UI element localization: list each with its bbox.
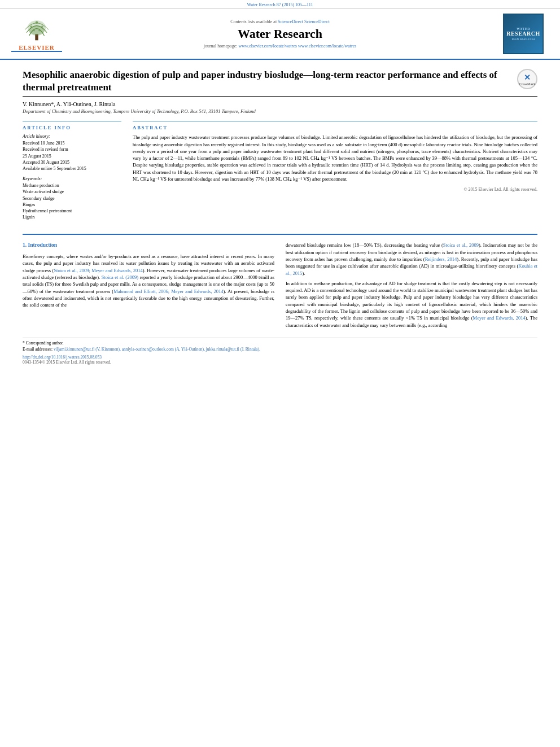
ref-stoica-2009-3: Stoica et al., 2009 — [443, 242, 479, 248]
article-info-col: ARTICLE INFO Article history: Received 1… — [23, 121, 121, 225]
body-left-col: 1. Introduction Biorefinery concepts, wh… — [23, 242, 274, 332]
keyword-5: Hydrothermal pretreatment — [23, 208, 121, 214]
article-info-heading: ARTICLE INFO — [23, 125, 121, 130]
svg-point-4 — [41, 25, 43, 28]
affiliation-line: Department of Chemistry and Bioengineeri… — [23, 108, 537, 114]
received-revised-label: Received in revised form — [23, 146, 121, 152]
journal-logo-box: WATER RESEARCH ISSN 0043-1354 — [498, 14, 549, 54]
svg-point-3 — [30, 25, 32, 28]
journal-citation-text: Water Research 87 (2015) 105—111 — [247, 2, 313, 7]
paper-title: Mesophilic anaerobic digestion of pulp a… — [23, 69, 517, 94]
crossmark-symbol: ✕ — [524, 73, 531, 82]
keywords-subsection: Keywords: Methane production Waste activ… — [23, 176, 121, 220]
keywords-list: Methane production Waste activated sludg… — [23, 182, 121, 220]
article-history-subsection: Article history: Received 10 June 2015 R… — [23, 134, 121, 172]
email-addresses[interactable]: viljami.kinnunen@tut.fi (V. Kinnunen), a… — [54, 347, 260, 352]
article-info-section: ARTICLE INFO Article history: Received 1… — [23, 121, 121, 220]
homepage-url-text: www.elsevier.com/locate/watres — [298, 43, 356, 49]
body-two-col: 1. Introduction Biorefinery concepts, wh… — [23, 242, 537, 332]
section-num: 1. — [23, 242, 27, 248]
ref-meyer-2014: Meyer and Edwards, 2014 — [473, 315, 526, 321]
contents-available-line: Contents lists available at ScienceDirec… — [73, 19, 487, 24]
corresponding-label: * Corresponding author. — [23, 340, 64, 346]
issn-line: 0043-1354/© 2015 Elsevier Ltd. All right… — [23, 360, 537, 365]
section-title-text: Introduction — [28, 242, 58, 248]
svg-point-6 — [33, 29, 35, 31]
corresponding-author-note: * Corresponding author. — [23, 340, 537, 347]
email-note: E-mail addresses: viljami.kinnunen@tut.f… — [23, 347, 537, 353]
keyword-4: Biogas — [23, 202, 121, 208]
body-right-col: dewatered biosludge remains low (18—50% … — [286, 242, 537, 332]
elsevier-brand-text: ELSEVIER — [19, 44, 55, 51]
ref-stoica-2009-1: Stoica et al., 2009; Meyer and Edwards, … — [54, 268, 142, 273]
email-label: E-mail addresses: — [23, 347, 53, 352]
journal-header: ELSEVIER Contents lists available at Sci… — [0, 9, 560, 60]
elsevier-tree-icon — [17, 16, 56, 43]
paper-content: Mesophilic anaerobic digestion of pulp a… — [0, 60, 560, 376]
accepted-date: Accepted 30 August 2015 — [23, 159, 121, 165]
authors-text: V. Kinnunen*, A. Ylä-Outinen, J. Rintala — [23, 101, 115, 107]
svg-point-7 — [38, 29, 40, 31]
homepage-label: journal homepage: — [204, 43, 238, 49]
available-date: Available online 5 September 2015 — [23, 165, 121, 172]
keyword-3: Secondary sludge — [23, 195, 121, 202]
badge-main-text: RESEARCH — [506, 30, 540, 37]
authors-line: V. Kinnunen*, A. Ylä-Outinen, J. Rintala — [23, 101, 537, 107]
journal-center-header: Contents lists available at ScienceDirec… — [62, 19, 498, 49]
keyword-1: Methane production — [23, 182, 121, 189]
doi-text[interactable]: http://dx.doi.org/10.1016/j.watres.2015.… — [23, 355, 102, 360]
ref-mahmood: Mahmood and Elliott, 2006; Meyer and Edw… — [113, 289, 223, 294]
intro-para-1: Biorefinery concepts, where wastes and/o… — [23, 253, 274, 309]
journal-title: Water Research — [73, 27, 487, 41]
abstract-section: ABSTRACT The pulp and paper industry was… — [133, 121, 537, 192]
keyword-2: Waste activated sludge — [23, 189, 121, 195]
keyword-6: Lignin — [23, 214, 121, 220]
abstract-text: The pulp and paper industry wastewater t… — [133, 134, 537, 182]
elsevier-logo: ELSEVIER — [11, 16, 62, 52]
intro-para-3: In addition to methane production, the a… — [286, 280, 537, 329]
received-date: Received 10 June 2015 — [23, 140, 121, 146]
homepage-url[interactable]: www.elsevier.com/locate/watres — [238, 43, 296, 49]
ref-stoica-2009-2: Stoica et al. (2009) — [102, 274, 138, 280]
copyright-line: © 2015 Elsevier Ltd. All rights reserved… — [133, 187, 537, 192]
crossmark-badge: ✕ CrossMark — [517, 69, 537, 89]
intro-para-2: dewatered biosludge remains low (18—50% … — [286, 242, 537, 277]
sciencedirect-link[interactable]: ScienceDirect — [278, 19, 303, 24]
footnote-section: * Corresponding author. E-mail addresses… — [23, 338, 537, 365]
article-history-label: Article history: — [23, 134, 121, 139]
abstract-heading: ABSTRACT — [133, 125, 537, 130]
svg-point-5 — [36, 21, 38, 24]
doi-line: http://dx.doi.org/10.1016/j.watres.2015.… — [23, 355, 537, 360]
crossmark-label: CrossMark — [519, 82, 535, 86]
body-separator — [23, 234, 537, 235]
paper-title-section: Mesophilic anaerobic digestion of pulp a… — [23, 69, 537, 97]
introduction-heading: 1. Introduction — [23, 242, 274, 250]
ref-reijinders: Reijinders, 2014 — [425, 256, 457, 262]
contents-label-text: Contents lists available at — [230, 19, 277, 24]
ref-kouhia: Kouhia et al., 2015 — [286, 263, 537, 276]
sciencedirect-name: ScienceDirect — [304, 19, 330, 24]
journal-citation-bar: Water Research 87 (2015) 105—111 — [0, 0, 560, 9]
homepage-line: journal homepage: www.elsevier.com/locat… — [73, 43, 487, 49]
abstract-col: ABSTRACT The pulp and paper industry was… — [133, 121, 537, 225]
badge-sub-text: ISSN 0043-1354 — [511, 38, 535, 41]
authors-section: V. Kinnunen*, A. Ylä-Outinen, J. Rintala… — [23, 101, 537, 114]
article-info-abstract-row: ARTICLE INFO Article history: Received 1… — [23, 121, 537, 225]
received-revised-date: 25 August 2015 — [23, 153, 121, 159]
keywords-label: Keywords: — [23, 176, 121, 181]
journal-logo-badge: WATER RESEARCH ISSN 0043-1354 — [503, 14, 544, 54]
